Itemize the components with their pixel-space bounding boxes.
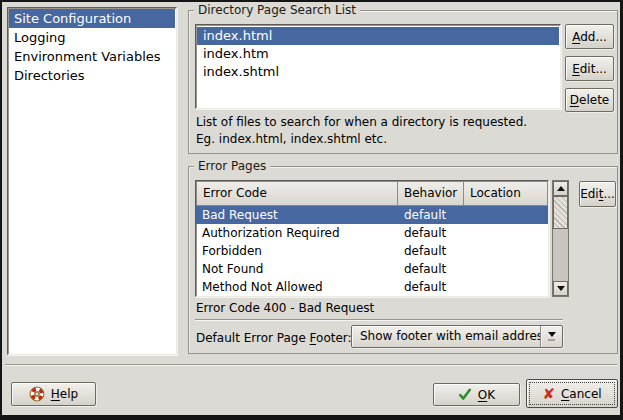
help-button-label: Help [51,387,78,401]
delete-button[interactable]: Delete [565,88,614,112]
table-row-not-found[interactable]: Not Found default [196,260,548,278]
directory-page-file-list: index.html index.htm index.shtml [195,24,561,109]
error-pages-frame-label: Error Pages [194,159,270,174]
directory-page-search-frame-label: Directory Page Search List [194,3,360,18]
table-row-method-not-allowed[interactable]: Method Not Allowed default [196,278,548,296]
add-button-label: Add... [572,30,607,44]
edit-button-label: Edit... [572,62,607,76]
default-error-footer-value: Show footer with email address [352,326,540,347]
help-button[interactable]: Help [11,382,96,406]
error-pages-table-header: Error Code Behavior Location [196,181,548,206]
file-list-description-line2: Eg. index.html, index.shtml etc. [196,132,387,146]
cancel-button[interactable]: ✘ Cancel [526,379,618,408]
arrow-down-icon [557,286,565,291]
file-list-description-line1: List of files to search for when a direc… [196,115,527,129]
file-list-item[interactable]: index.html [197,27,559,45]
ok-button[interactable]: OK [433,383,520,406]
file-list-item[interactable]: index.shtml [197,63,559,81]
scroll-down-button[interactable] [553,281,568,296]
footer-separator [195,319,563,321]
arrow-up-icon [557,186,565,191]
action-area-separator [5,364,617,366]
lifebuoy-icon [29,386,45,402]
error-table-scrollbar[interactable] [552,180,569,297]
check-icon [458,388,472,401]
cross-icon: ✘ [542,387,555,401]
error-pages-frame: Error Pages Error Code Behavior Location… [188,166,618,354]
column-header-location[interactable]: Location [463,181,548,206]
add-button[interactable]: Add... [565,24,614,49]
scroll-up-button[interactable] [553,181,568,196]
edit-error-page-button-label: Edit... [580,187,615,201]
column-header-error-code[interactable]: Error Code [196,181,398,206]
column-header-behavior[interactable]: Behavior [397,181,464,206]
error-pages-table-body: Bad Request default Authorization Requir… [196,206,548,296]
table-row-authorization-required[interactable]: Authorization Required default [196,224,548,242]
error-code-status-text: Error Code 400 - Bad Request [196,301,374,315]
default-error-footer-select[interactable]: Show footer with email address [351,325,563,348]
httpd-site-configuration-dialog: Site Configuration Logging Environment V… [0,0,623,420]
ok-button-label: OK [478,388,495,402]
edit-button[interactable]: Edit... [565,56,614,81]
delete-button-label: Delete [570,93,609,107]
edit-error-page-button[interactable]: Edit... [579,181,616,207]
sidebar-item-environment-variables[interactable]: Environment Variables [9,47,175,66]
sidebar-item-site-configuration[interactable]: Site Configuration [9,9,175,28]
category-list: Site Configuration Logging Environment V… [7,7,177,355]
sidebar-item-directories[interactable]: Directories [9,66,175,85]
default-error-footer-label: Default Error Page Footer: [196,331,352,345]
file-list-item[interactable]: index.htm [197,45,559,63]
scrollbar-thumb[interactable] [553,196,568,229]
cancel-button-label: Cancel [561,387,602,401]
dropdown-arrow-icon [540,326,562,347]
error-pages-table: Error Code Behavior Location Bad Request… [195,180,549,297]
table-row-bad-request[interactable]: Bad Request default [196,206,548,224]
directory-page-search-frame: Directory Page Search List index.html in… [188,10,618,154]
table-row-forbidden[interactable]: Forbidden default [196,242,548,260]
sidebar-item-logging[interactable]: Logging [9,28,175,47]
